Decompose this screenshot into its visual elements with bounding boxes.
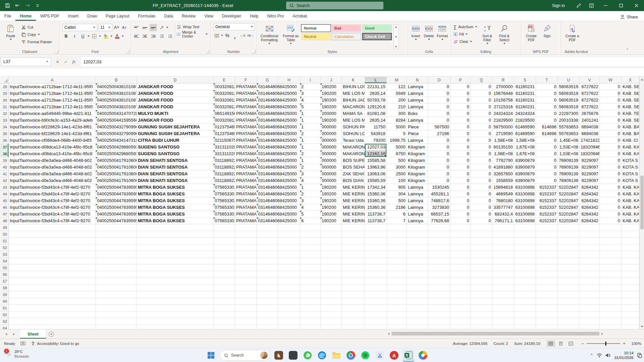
cell-B59[interactable] bbox=[96, 291, 137, 298]
cell-P54[interactable] bbox=[450, 258, 471, 264]
cell-T30[interactable]: 0 bbox=[536, 97, 558, 104]
cell-Q31[interactable]: 0 bbox=[471, 104, 492, 110]
cell-M39[interactable]: 500 bbox=[387, 157, 407, 164]
cell-F46[interactable]: PRATAMA bbox=[235, 204, 257, 211]
cell-O54[interactable] bbox=[428, 258, 450, 264]
cell-S39[interactable]: 83900879 bbox=[514, 157, 536, 164]
cell-L46[interactable]: 15360,36 bbox=[365, 204, 387, 211]
cell-F57[interactable] bbox=[235, 278, 257, 285]
cell-M55[interactable] bbox=[387, 264, 407, 271]
cell-F45[interactable]: PRATAMA bbox=[235, 197, 257, 204]
row-header-47[interactable]: 47 bbox=[0, 211, 9, 218]
new-sheet-button[interactable]: + bbox=[46, 329, 56, 339]
cell-P55[interactable] bbox=[450, 264, 471, 271]
cell-T64[interactable] bbox=[536, 325, 558, 329]
scroll-down-icon[interactable] bbox=[640, 324, 644, 329]
underline-button[interactable]: U bbox=[79, 33, 87, 40]
cell-L45[interactable]: 15360,36 bbox=[365, 197, 387, 204]
cell-X62[interactable] bbox=[622, 311, 639, 318]
cell-O60[interactable] bbox=[428, 298, 450, 305]
cell-M60[interactable] bbox=[387, 298, 407, 305]
cell-Q48[interactable]: 0 bbox=[471, 218, 492, 224]
cell-Q50[interactable] bbox=[471, 231, 492, 238]
cell-W47[interactable]: 0 bbox=[600, 211, 622, 218]
cell-V49[interactable] bbox=[580, 224, 600, 231]
cell-B46[interactable]: 04002500447839595 bbox=[96, 204, 137, 211]
cell-O31[interactable]: 0 bbox=[428, 104, 450, 110]
cell-V61[interactable] bbox=[580, 305, 600, 311]
cell-T44[interactable]: 6152337 bbox=[536, 191, 558, 197]
cell-Q63[interactable] bbox=[471, 318, 492, 325]
cell-F39[interactable]: PRATAMA bbox=[235, 157, 257, 164]
cell-I48[interactable]: 6 bbox=[300, 218, 321, 224]
cell-X37[interactable]: KAB. KA bbox=[622, 144, 639, 150]
cell-D32[interactable]: MULYO MUKTI bbox=[137, 110, 214, 117]
start-button[interactable] bbox=[205, 350, 217, 361]
cell-A37[interactable]: InputTaxInvoice-d08dca13-410e-4f8c-95c8 bbox=[9, 144, 96, 150]
cell-E36[interactable]: 021150675 bbox=[214, 137, 235, 144]
taskbar-chrome[interactable] bbox=[345, 350, 357, 361]
cell-L29[interactable]: 2635,14 bbox=[365, 90, 387, 97]
cell-T56[interactable] bbox=[536, 271, 558, 278]
cell-E34[interactable]: 012375465 bbox=[214, 124, 235, 130]
format-as-table-button[interactable]: Format as Table bbox=[280, 22, 301, 48]
cell-I50[interactable] bbox=[300, 231, 321, 238]
cell-D41[interactable]: DIAN SEHATI SENTOSA bbox=[137, 171, 214, 177]
cell-D42[interactable]: DIAN SEHATI SENTOSA bbox=[137, 177, 214, 184]
cell-O39[interactable]: 0 bbox=[428, 157, 450, 164]
cell-R37[interactable]: 60135150 bbox=[492, 144, 514, 150]
cell-G49[interactable] bbox=[257, 224, 278, 231]
zoom-out-icon[interactable]: − bbox=[581, 341, 584, 346]
cell-D53[interactable] bbox=[137, 251, 214, 258]
cell-G62[interactable] bbox=[257, 311, 278, 318]
cell-N50[interactable] bbox=[407, 231, 428, 238]
cell-B41[interactable]: 04002500417910606 bbox=[96, 171, 137, 177]
cell-W29[interactable]: 0 bbox=[600, 90, 622, 97]
merge-center-button[interactable]: Merge & Center bbox=[175, 31, 209, 38]
cell-J46[interactable]: 190200 bbox=[321, 204, 342, 211]
cell-J53[interactable] bbox=[321, 251, 342, 258]
cell-F37[interactable]: PRATAMA bbox=[235, 144, 257, 150]
cell-P60[interactable] bbox=[450, 298, 471, 305]
cell-A39[interactable]: InputTaxInvoice-d0e3a0ea-d466-4048-b02 bbox=[9, 157, 96, 164]
cell-G52[interactable] bbox=[257, 244, 278, 251]
cell-E59[interactable] bbox=[214, 291, 235, 298]
cell-V36[interactable]: 17421822 bbox=[580, 137, 600, 144]
cell-V56[interactable] bbox=[580, 271, 600, 278]
cell-P49[interactable] bbox=[450, 224, 471, 231]
style-checkcell[interactable]: Check Cell bbox=[362, 33, 392, 40]
cell-J32[interactable]: 200000 bbox=[321, 110, 342, 117]
cell-K63[interactable] bbox=[342, 318, 365, 325]
cell-R40[interactable]: 41891880 bbox=[492, 164, 514, 171]
cell-S48[interactable]: 63100898 bbox=[514, 218, 536, 224]
status-count[interactable]: Count: 2 bbox=[493, 342, 508, 346]
cell-X43[interactable]: KAB. KA bbox=[622, 184, 639, 191]
cell-P35[interactable]: 0 bbox=[450, 130, 471, 137]
borders-icon[interactable] bbox=[91, 33, 98, 40]
column-header-B[interactable]: B bbox=[96, 77, 137, 83]
cell-N37[interactable]: Kilogram bbox=[407, 144, 428, 150]
cell-D44[interactable]: MITRA BOGA SUKSES bbox=[137, 191, 214, 197]
cell-O64[interactable] bbox=[428, 325, 450, 329]
cell-G50[interactable] bbox=[257, 231, 278, 238]
cell-L43[interactable]: 17342,34 bbox=[365, 184, 387, 191]
cell-A61[interactable] bbox=[9, 305, 96, 311]
cell-L48[interactable]: 113738,7 bbox=[365, 218, 387, 224]
cell-J43[interactable]: 190200 bbox=[321, 184, 342, 191]
find-select-button[interactable]: Find & Select bbox=[496, 22, 513, 48]
cell-P63[interactable] bbox=[450, 318, 471, 325]
cell-F35[interactable]: PRATAMA bbox=[235, 130, 257, 137]
cell-T43[interactable]: 6152337 bbox=[536, 184, 558, 191]
cell-Q45[interactable]: 0 bbox=[471, 197, 492, 204]
cell-D37[interactable]: SUGENG SANTOSO bbox=[137, 144, 214, 150]
cell-D45[interactable]: MITRA BOGA SUKSES bbox=[137, 197, 214, 204]
cell-L49[interactable] bbox=[365, 224, 387, 231]
cell-I30[interactable]: 4 bbox=[300, 97, 321, 104]
taskbar-spotify[interactable] bbox=[360, 350, 371, 361]
cell-P32[interactable]: 0 bbox=[450, 110, 471, 117]
cell-Q43[interactable]: 0 bbox=[471, 184, 492, 191]
zoom-slider[interactable] bbox=[587, 343, 620, 344]
cell-M45[interactable]: 500 bbox=[387, 197, 407, 204]
row-header-36[interactable]: 36 bbox=[0, 137, 9, 144]
row-header-56[interactable]: 56 bbox=[0, 271, 9, 278]
